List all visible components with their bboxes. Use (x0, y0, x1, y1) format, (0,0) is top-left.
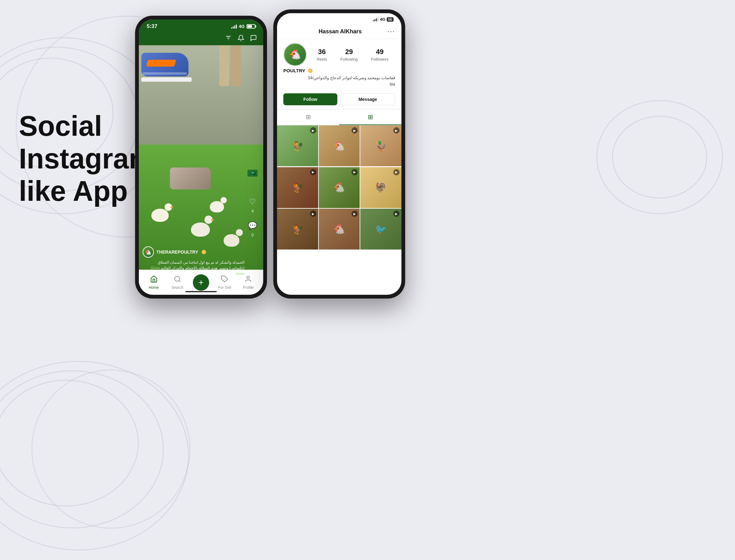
home-indicator (185, 291, 217, 292)
battery-icon (247, 24, 255, 29)
caption-text: الحمدله والشكر له تم بيع اول انتاجنا من … (143, 260, 244, 277)
feed-content: 🇸🇦 ♡ 4 💬 0 (139, 45, 263, 294)
grid-cell-8[interactable]: 🐔 ▶ (319, 209, 360, 250)
reels-count: 36 (318, 48, 326, 56)
svg-point-4 (0, 371, 163, 528)
battery-fill (248, 25, 252, 28)
bio-text-1: فقاسات بومحمد وشريكه لنوادر الدجاج والدو… (283, 75, 395, 81)
chicken-head-4 (221, 197, 227, 203)
feed-caption: 🐔 THERAREPOULTRY ✓ الحمدله والشكر له تم … (143, 246, 244, 277)
feed-username[interactable]: THERAREPOULTRY (156, 250, 198, 255)
left-phone: 5:37 4G (135, 16, 267, 299)
more-options-icon[interactable]: ··· (387, 27, 395, 36)
stat-followers[interactable]: 49 Followers (371, 48, 388, 62)
right-phone-frame: 4G 56 Hassan AlKhars ··· 🐔 (273, 9, 405, 299)
shoe-sole (141, 77, 192, 82)
more-options-button[interactable]: ··· (255, 267, 260, 273)
shoe-stripe (146, 60, 176, 67)
grid-cell-4[interactable]: 🐓 ▶ (277, 167, 318, 208)
feed-status-bar: 5:37 4G (139, 19, 263, 32)
chicken-beak-2 (211, 219, 214, 221)
grid-cell-3[interactable]: 🦆 ▶ (360, 125, 401, 167)
grid-cell-7[interactable]: 🐓 ▶ (277, 209, 318, 250)
feed-header (139, 32, 263, 45)
nav-home[interactable]: Home (142, 275, 166, 290)
grid-cell-6[interactable]: 🦃 ▶ (360, 167, 401, 208)
svg-point-6 (597, 101, 722, 214)
nav-search[interactable]: Search (166, 275, 189, 290)
heart-icon: ♡ (247, 196, 259, 208)
tab-grid[interactable]: ⊞ (339, 109, 401, 125)
nav-for-sell[interactable]: For Sell (213, 275, 237, 290)
message-icon[interactable] (250, 35, 257, 41)
followers-count: 49 (376, 48, 383, 56)
play-indicator-3: ▶ (393, 127, 399, 134)
chicken-beak-1 (171, 206, 173, 208)
followers-label: Followers (371, 57, 388, 62)
tab-tagged[interactable]: ⊞ (277, 109, 339, 125)
profile-signal-bar-4 (377, 18, 378, 21)
tagged-icon: ⊞ (306, 113, 311, 121)
add-button[interactable]: + (193, 274, 209, 291)
signal-bar-2 (233, 26, 234, 29)
caption-user-row: 🐔 THERAREPOULTRY ✓ (143, 246, 244, 258)
svg-point-14 (247, 276, 250, 279)
follow-button[interactable]: Follow (283, 93, 337, 105)
profile-bio: POULTRY ✓ فقاسات بومحمد وشريكه لنوادر ال… (277, 68, 401, 91)
play-indicator-5: ▶ (352, 169, 358, 175)
verified-badge-feed: ✓ (202, 250, 206, 254)
shoe-element (141, 53, 198, 82)
nav-profile[interactable]: Profile (237, 275, 260, 290)
grid-cell-2[interactable]: 🐔 ▶ (319, 125, 360, 167)
profile-actions: Follow Message (277, 91, 401, 109)
message-button[interactable]: Message (341, 93, 395, 105)
grid-icon: ⊞ (368, 113, 373, 121)
notification-icon[interactable] (238, 35, 244, 41)
svg-point-7 (612, 116, 707, 198)
profile-stats: 36 Reels 29 Following 49 Followers (310, 48, 395, 62)
grid-cell-5[interactable]: 🐔 ▶ (319, 167, 360, 208)
search-label: Search (172, 285, 184, 290)
home-label: Home (149, 285, 159, 290)
chicken-2 (189, 214, 215, 239)
grid-cell-9[interactable]: 🐦 ▶ (360, 209, 401, 250)
comment-button[interactable]: 💬 0 (247, 220, 259, 237)
nav-add[interactable]: + (189, 274, 213, 291)
left-phone-frame: 5:37 4G (135, 16, 267, 299)
grid-cell-1[interactable]: 🐓 ▶ (277, 125, 318, 167)
feed-right-actions: ♡ 4 💬 0 (247, 196, 259, 237)
profile-top-section: 🐔 36 Reels 29 Following 49 F (277, 39, 401, 68)
battery-level: 56 (387, 17, 393, 22)
reels-label: Reels (317, 57, 327, 62)
play-indicator-7: ▶ (310, 211, 316, 217)
svg-point-3 (0, 361, 189, 550)
stat-following[interactable]: 29 Following (341, 48, 358, 62)
signal-bar-1 (231, 27, 232, 29)
chicken-body-1 (151, 209, 169, 222)
flag-icon: 🇸🇦 (248, 170, 258, 177)
feed-time: 5:37 (147, 23, 157, 30)
shoe-shape (141, 53, 189, 76)
profile-network: 4G (380, 17, 385, 22)
profile-label: Profile (243, 285, 254, 290)
signal-bars-icon (231, 24, 237, 29)
profile-icon (244, 275, 252, 284)
svg-point-5 (0, 380, 138, 506)
profile-signal-bar-2 (374, 19, 375, 21)
chicken-body-2 (191, 222, 210, 237)
filter-icon[interactable] (225, 35, 232, 41)
profile-header: Hassan AlKhars ··· (277, 24, 401, 39)
signal-bar-4 (236, 25, 237, 29)
chicken-4 (208, 195, 228, 214)
leg-right (231, 45, 241, 86)
like-button[interactable]: ♡ 4 (247, 196, 259, 213)
right-phone-screen: 4G 56 Hassan AlKhars ··· 🐔 (277, 13, 401, 295)
play-indicator-1: ▶ (310, 127, 316, 134)
following-count: 29 (345, 48, 353, 56)
left-phone-screen: 5:37 4G (139, 19, 263, 295)
following-label: Following (341, 57, 358, 62)
feed-status-right: 4G (231, 24, 255, 29)
profile-avatar: 🐔 (283, 43, 307, 66)
profile-scroll[interactable]: 🐔 36 Reels 29 Following 49 F (277, 39, 401, 250)
bio-text-2: bia (283, 81, 395, 87)
